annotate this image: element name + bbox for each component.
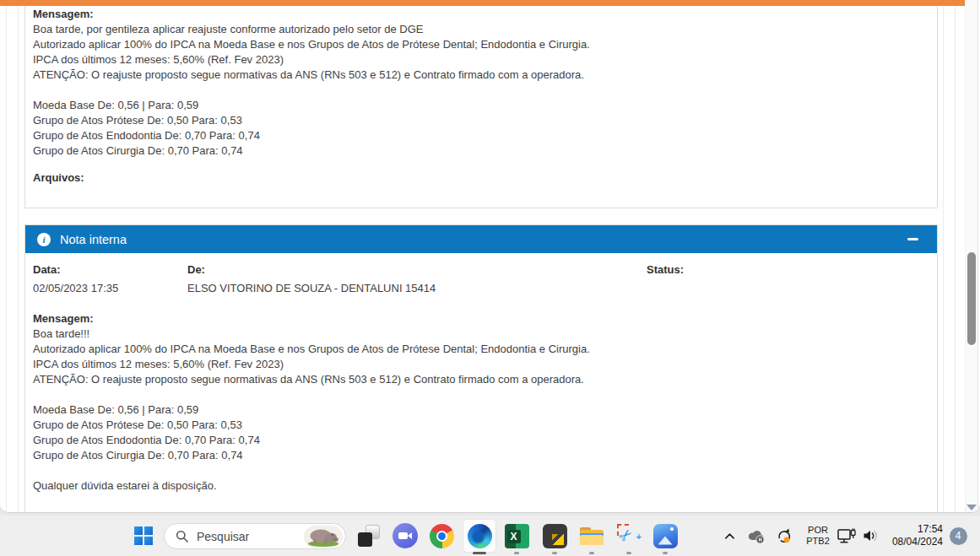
notification-center-button[interactable]: 4 [945, 519, 971, 553]
message-line: ATENÇÃO: O reajuste proposto segue norma… [33, 372, 929, 387]
field-data: Data: 02/05/2023 17:35 [33, 262, 187, 296]
language-secondary: PTB2 [806, 536, 830, 547]
snip-running-indicator [626, 552, 631, 554]
message-card: Mensagem: Boa tarde, por gentileza aplic… [24, 6, 938, 208]
file-explorer-button[interactable] [575, 519, 609, 553]
search-highlight-hippo-image [304, 526, 343, 548]
search-icon [176, 530, 189, 543]
folder-icon [579, 525, 604, 547]
note-message-lines: Boa tarde!!!Autorizado aplicar 100% do I… [33, 327, 929, 513]
message-line [33, 463, 929, 478]
field-status-label: Status: [647, 262, 929, 278]
message-line [33, 494, 929, 509]
message-line: Boa tarde, por gentileza aplicar reajust… [33, 22, 929, 37]
note-fields-row: Data: 02/05/2023 17:35 De: ELSO VITORINO… [25, 253, 937, 296]
field-data-label: Data: [33, 262, 187, 278]
message-line: IPCA dos últimos 12 meses: 5,60% (Ref. F… [33, 357, 929, 372]
excel-app-button[interactable]: X [500, 519, 533, 553]
internal-note-card: i Nota interna Data: 02/05/2023 17:35 De… [24, 224, 938, 513]
notes-app-icon [543, 524, 567, 548]
message-card-lines: Boa tarde, por gentileza aplicar reajust… [33, 22, 929, 159]
language-indicator: POR PTB2 [806, 525, 830, 547]
field-de: De: ELSO VITORINO DE SOUZA - DENTALUNI 1… [187, 262, 647, 296]
chat-app-button[interactable] [388, 519, 422, 553]
message-line: Grupo de Atos Cirurgia De: 0,70 Para: 0,… [33, 448, 929, 463]
page-top-accent-bar [0, 0, 965, 6]
message-line: Grupo de Atos Endodontia De: 0,70 Para: … [33, 433, 929, 448]
edge-icon [468, 524, 492, 548]
speaker-icon [862, 528, 880, 543]
tray-onedrive-button[interactable] [743, 519, 770, 553]
tray-hidden-icons-button[interactable] [717, 519, 741, 553]
message-line: Autorizado aplicar 100% do IPCA na Moeda… [33, 342, 929, 357]
chrome-icon [430, 524, 454, 548]
info-icon: i [37, 233, 51, 246]
notes-app-button[interactable] [538, 519, 571, 553]
message-line [33, 83, 929, 98]
language-primary: POR [806, 525, 830, 536]
tray-clock-button[interactable]: 17:54 08/04/2024 [882, 519, 943, 553]
scrollbar-down-arrow-icon[interactable] [966, 505, 977, 510]
note-message-section: Mensagem: Boa tarde!!!Autorizado aplicar… [25, 296, 937, 513]
message-card-title: Mensagem: [33, 7, 929, 22]
message-line: Qualquer dúvida estarei à disposição. [33, 478, 929, 494]
photos-icon [653, 524, 678, 548]
clock-date: 08/04/2024 [882, 536, 943, 548]
minus-icon [907, 238, 918, 240]
message-line: Grupo de Atos Cirurgia De: 0,70 Para: 0,… [33, 143, 929, 159]
message-line: ATENÇÃO: O reajuste proposto segue norma… [33, 67, 929, 83]
start-button[interactable] [127, 519, 160, 553]
windows-taskbar: Pesquisar [0, 516, 980, 556]
windows-logo-icon [134, 526, 153, 545]
snipping-tool-icon: ✂ + [616, 523, 642, 548]
message-line: Grupo de Atos Prótese De: 0,50 Para: 0,5… [33, 418, 929, 433]
photos-running-indicator [663, 552, 668, 554]
container-border-right-inner [943, 6, 944, 512]
chrome-app-button[interactable] [425, 519, 458, 553]
message-line: Boa tarde!!! [33, 327, 929, 342]
message-line: Grupo de Atos Endodontia De: 0,70 Para: … [33, 128, 929, 143]
photos-app-button[interactable] [648, 519, 682, 553]
field-data-value: 02/05/2023 17:35 [33, 281, 187, 296]
task-view-icon [358, 525, 380, 547]
field-status: Status: [647, 262, 929, 296]
browser-content-area: Mensagem: Boa tarde, por gentileza aplic… [0, 0, 980, 513]
container-border-left-outer [6, 6, 7, 512]
excel-icon: X [505, 524, 529, 548]
files-label: Arquivos: [33, 170, 929, 186]
snipping-tool-button[interactable]: ✂ + [612, 519, 646, 553]
ethernet-network-icon [837, 527, 857, 545]
tray-network-button[interactable] [834, 519, 859, 553]
taskbar-search[interactable]: Pesquisar [164, 523, 346, 549]
container-border-left-inner [18, 6, 19, 512]
tray-language-button[interactable]: POR PTB2 [799, 519, 837, 553]
task-view-button[interactable] [352, 519, 386, 553]
clock-time: 17:54 [882, 523, 943, 536]
clock: 17:54 08/04/2024 [882, 523, 943, 548]
internal-note-title: Nota interna [60, 233, 127, 246]
explorer-running-indicator [589, 552, 594, 554]
message-line: Moeda Base De: 0,56 | Para: 0,59 [33, 98, 929, 113]
collapse-button[interactable] [905, 232, 920, 247]
message-line: Autorizado aplicar 100% do IPCA na Moeda… [33, 37, 929, 52]
scrollbar-thumb[interactable] [967, 252, 976, 345]
message-line: Moeda Base De: 0,56 | Para: 0,59 [33, 402, 929, 418]
internal-note-header: i Nota interna [25, 225, 937, 253]
field-de-value: ELSO VITORINO DE SOUZA - DENTALUNI 15414 [187, 281, 647, 296]
tray-volume-button[interactable] [858, 519, 885, 553]
onedrive-paused-icon [746, 528, 766, 544]
message-line [33, 387, 929, 402]
tray-sync-button[interactable] [772, 519, 796, 553]
message-line: Atenciosamente, [33, 509, 929, 513]
sync-icon [776, 527, 793, 544]
search-placeholder-text: Pesquisar [197, 530, 249, 543]
chevron-up-icon [724, 532, 735, 540]
edge-app-button[interactable] [463, 519, 496, 553]
notes-running-indicator [552, 552, 557, 554]
message-line: Grupo de Atos Prótese De: 0,50 Para: 0,5… [33, 113, 929, 128]
note-message-title: Mensagem: [33, 311, 929, 327]
field-de-label: De: [187, 262, 647, 278]
chat-icon [393, 523, 418, 548]
notification-count-badge: 4 [950, 527, 967, 545]
window-right-edge [977, 0, 978, 513]
